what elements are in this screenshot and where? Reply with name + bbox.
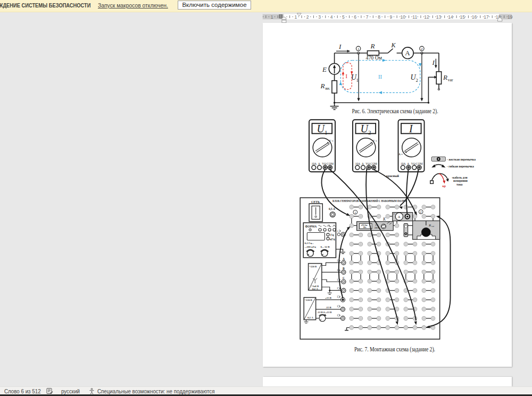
svg-text:8: 8: [378, 14, 380, 20]
svg-text:Рис. 7. Монтажная схема (задан: Рис. 7. Монтажная схема (задание 2).: [354, 346, 435, 353]
svg-text:14: 14: [448, 14, 453, 20]
svg-text:VΩ: VΩ: [365, 162, 370, 165]
svg-text:E: E: [322, 65, 327, 73]
svg-text:красный: красный: [386, 174, 400, 178]
svg-text:1: 1: [325, 129, 328, 136]
svg-text:A: A: [362, 162, 364, 165]
svg-text:II: II: [378, 74, 382, 80]
svg-text:VΩ: VΩ: [411, 162, 415, 165]
svg-text:1: 1: [337, 305, 338, 308]
svg-text:Гц: Гц: [330, 233, 334, 237]
svg-text:1: 1: [337, 314, 338, 317]
svg-text:3: 3: [318, 14, 321, 20]
svg-text:A: A: [407, 162, 409, 165]
svg-text:var: var: [448, 78, 454, 82]
svg-text:1: 1: [294, 14, 297, 20]
svg-text:0,2 Гц...: 0,2 Гц...: [305, 242, 314, 245]
svg-text:R: R: [320, 82, 325, 90]
svg-text:15: 15: [460, 14, 465, 20]
svg-text:19: 19: [508, 14, 513, 20]
svg-text:R: R: [428, 223, 431, 227]
svg-text:-15 В: -15 В: [326, 306, 332, 309]
svg-text:A: A: [405, 49, 410, 57]
svg-text:1: 1: [354, 211, 356, 214]
svg-text:2: 2: [306, 14, 309, 20]
svg-text:5: 5: [342, 14, 345, 20]
svg-text:1: 1: [358, 47, 360, 51]
svg-text:измерения: измерения: [453, 179, 468, 182]
svg-text:2: 2: [421, 47, 423, 51]
svg-text:А: А: [398, 215, 401, 218]
svg-text:тока: тока: [456, 183, 463, 186]
svg-text:10A: 10A: [401, 162, 406, 165]
svg-text:12: 12: [424, 14, 429, 20]
svg-text:COM: COM: [370, 162, 377, 165]
svg-text:11: 11: [412, 14, 417, 20]
svg-text:17: 17: [484, 14, 489, 20]
svg-text:16: 16: [472, 14, 477, 20]
svg-text:1: 1: [337, 278, 338, 281]
svg-text:-13 В 0 +13 В: -13 В 0 +13 В: [317, 311, 332, 314]
svg-text:кГц: кГц: [330, 238, 336, 241]
svg-text:В: В: [343, 267, 345, 270]
svg-text:COM: COM: [327, 162, 334, 165]
svg-text:-кабель для: -кабель для: [452, 176, 468, 179]
svg-text:0,5 А: 0,5 А: [329, 207, 335, 210]
svg-text:470 Ом: 470 Ом: [366, 55, 383, 61]
svg-text:10: 10: [401, 14, 406, 20]
svg-text:кр: кр: [443, 184, 446, 188]
svg-text:2: 2: [368, 129, 371, 136]
svg-text:0,2 А: 0,2 А: [312, 288, 318, 290]
svg-text:I: I: [409, 123, 413, 134]
svg-text:10A: 10A: [312, 162, 317, 165]
svg-text:- жесткая перемычка: - жесткая перемычка: [447, 158, 476, 161]
svg-text:+: +: [393, 213, 395, 216]
svg-text:10A: 10A: [355, 162, 361, 165]
svg-text:7: 7: [366, 14, 369, 20]
svg-text:V =: V =: [329, 139, 334, 142]
svg-text:A =: A =: [398, 153, 403, 156]
svg-text:A: A: [318, 162, 320, 165]
svg-text:1: 1: [337, 268, 338, 272]
svg-text:1Вт: 1Вт: [363, 226, 367, 229]
svg-text:R: R: [443, 73, 447, 81]
svg-text:2: 2: [416, 78, 418, 83]
svg-text:~220 В: ~220 В: [305, 299, 313, 301]
svg-text:V =: V =: [373, 139, 377, 142]
svg-text:1: 1: [356, 78, 359, 83]
svg-text:1: 1: [337, 230, 339, 233]
svg-text:БЛОК ГЕНЕРАТОРОВ НАПРЯЖЕНИЙ С: БЛОК ГЕНЕРАТОРОВ НАПРЯЖЕНИЙ С НАБОРНЫМ П…: [332, 199, 407, 203]
svg-text:вн.: вн.: [326, 86, 331, 91]
svg-text:var: var: [431, 225, 435, 228]
svg-text:- гибкая перемычка: - гибкая перемычка: [447, 165, 474, 168]
svg-text:1: 1: [337, 295, 338, 298]
svg-text:I: I: [346, 73, 348, 79]
svg-text:4: 4: [330, 14, 333, 20]
svg-text:Рис. 6. Электрическая схема (з: Рис. 6. Электрическая схема (задание 2).: [352, 108, 438, 115]
svg-text:6: 6: [354, 14, 356, 20]
svg-text:1: 1: [337, 287, 338, 290]
svg-text:~3x8 В: ~3x8 В: [311, 285, 319, 288]
svg-text:COM: COM: [416, 162, 423, 165]
svg-text:К: К: [383, 217, 386, 222]
svg-text:I: I: [432, 58, 435, 66]
svg-text:+15 В: +15 В: [325, 297, 332, 299]
svg-text:ФОРМА: ФОРМА: [305, 225, 317, 228]
svg-text:А: А: [343, 257, 345, 260]
svg-text:1: 1: [337, 259, 338, 262]
svg-text:R: R: [370, 42, 375, 50]
svg-text:13: 13: [436, 14, 442, 20]
svg-text:...200 кГц: ...200 кГц: [305, 246, 317, 248]
svg-text:~220 В: ~220 В: [309, 265, 317, 268]
svg-text:0... 12 В: 0... 12 В: [321, 246, 330, 248]
svg-text:0,2 А: 0,2 А: [307, 316, 313, 319]
svg-text:С: С: [343, 276, 345, 280]
svg-text:СЕТЬ: СЕТЬ: [311, 200, 320, 204]
svg-text:K: K: [391, 41, 396, 49]
svg-text:2: 2: [420, 210, 422, 214]
svg-text:9: 9: [390, 14, 393, 20]
svg-text:I: I: [338, 43, 342, 50]
svg-text:VΩ: VΩ: [322, 162, 326, 165]
svg-text:1: 1: [271, 14, 273, 20]
